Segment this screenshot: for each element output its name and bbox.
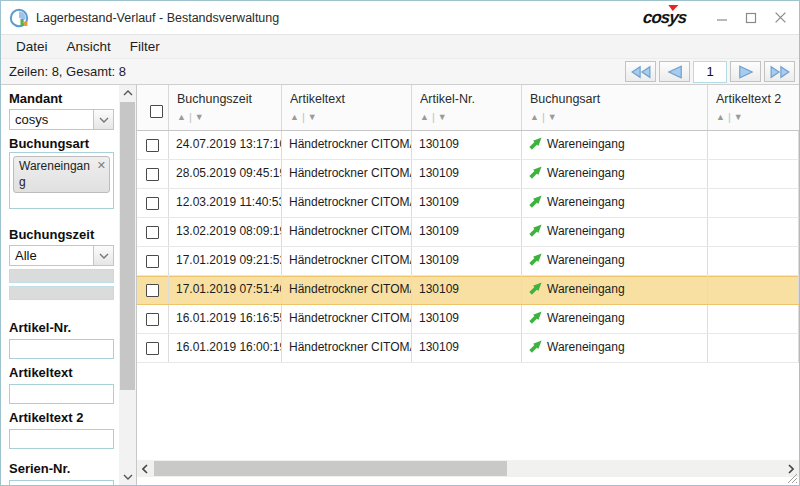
cell-artikeltext2 — [708, 247, 799, 275]
row-checkbox-cell — [137, 334, 169, 362]
sidebar-scrollbar-thumb[interactable] — [120, 102, 135, 390]
sort-desc-icon: ▼ — [195, 112, 204, 122]
minimize-icon[interactable] — [715, 11, 729, 25]
sort-asc-icon: ▲ — [290, 112, 299, 122]
row-checkbox-cell — [137, 276, 169, 304]
artikeltext-input[interactable] — [9, 384, 114, 404]
buchungszeit-label: Buchungszeit — [9, 227, 114, 242]
row-checkbox[interactable] — [146, 342, 159, 355]
buchungszeit-value: Alle — [10, 246, 93, 265]
table-row[interactable]: 17.01.2019 07:51:40 Händetrockner CITOMA… — [137, 276, 799, 305]
select-all-cell — [137, 85, 169, 130]
double-left-arrow-icon — [629, 64, 653, 80]
pagination: 1 — [625, 61, 795, 83]
scroll-left-icon[interactable] — [137, 460, 153, 477]
goods-receipt-arrow-icon — [529, 166, 542, 179]
row-checkbox[interactable] — [146, 255, 159, 268]
artikel-nr-input[interactable] — [9, 339, 114, 359]
cell-artikeltext: Händetrockner CITOMAT — [282, 305, 412, 333]
cell-artikeltext: Händetrockner CITOMAT — [282, 276, 412, 304]
table-body: 24.07.2019 13:17:10 Händetrockner CITOMA… — [137, 131, 799, 460]
row-checkbox[interactable] — [146, 197, 159, 210]
brand-triangle-icon — [668, 5, 679, 11]
buchungsart-label: Wareneingang — [547, 253, 625, 267]
goods-receipt-arrow-icon — [529, 340, 542, 353]
table-row[interactable]: 13.02.2019 08:09:19 Händetrockner CITOMA… — [137, 218, 799, 247]
close-icon[interactable] — [773, 11, 787, 25]
chevron-down-icon[interactable] — [93, 246, 113, 265]
sort-control[interactable]: ▲|▼ — [290, 111, 317, 123]
cell-buchungsart: Wareneingang — [522, 247, 708, 275]
maximize-icon[interactable] — [744, 11, 758, 25]
table-row[interactable]: 17.01.2019 09:21:52 Händetrockner CITOMA… — [137, 247, 799, 276]
chevron-down-icon[interactable] — [93, 110, 113, 129]
first-page-button[interactable] — [625, 61, 656, 82]
remove-tag-icon[interactable]: ✕ — [97, 158, 106, 172]
cell-artikel-nr: 130109 — [412, 305, 522, 333]
app-window: Lagerbestand-Verlauf - Bestandsverwaltun… — [0, 0, 800, 486]
cell-artikeltext2 — [708, 305, 799, 333]
row-checkbox-cell — [137, 160, 169, 188]
previous-page-button[interactable] — [659, 61, 690, 82]
row-checkbox[interactable] — [146, 284, 159, 297]
sort-control[interactable]: ▲|▼ — [420, 111, 447, 123]
row-count-label: Zeilen: 8, Gesamt: 8 — [9, 64, 126, 79]
buchungsart-label: Wareneingang — [547, 340, 625, 354]
cosys-logo: cosys — [642, 8, 687, 28]
cell-artikel-nr: 130109 — [412, 189, 522, 217]
sort-control[interactable]: ▲|▼ — [716, 111, 743, 123]
menu-datei[interactable]: Datei — [9, 37, 55, 56]
cell-buchungszeit: 24.07.2019 13:17:10 — [169, 131, 282, 159]
cell-artikeltext2 — [708, 276, 799, 304]
row-checkbox-cell — [137, 247, 169, 275]
sort-desc-icon: ▼ — [438, 112, 447, 122]
row-checkbox-cell — [137, 131, 169, 159]
horizontal-scrollbar-thumb[interactable] — [154, 461, 507, 476]
artikeltext2-input[interactable] — [9, 429, 114, 449]
cell-artikeltext: Händetrockner CITOMAT — [282, 247, 412, 275]
column-header-artikel-nr: Artikel-Nr. ▲|▼ — [412, 85, 522, 130]
filter-tag: Wareneingang ✕ — [13, 156, 110, 193]
goods-receipt-arrow-icon — [529, 224, 542, 237]
sort-control[interactable]: ▲|▼ — [177, 111, 204, 123]
last-page-button[interactable] — [764, 61, 795, 82]
next-page-button[interactable] — [730, 61, 761, 82]
page-number-input[interactable]: 1 — [693, 61, 727, 83]
filter-tag-label: Wareneingang — [19, 159, 90, 189]
cell-buchungszeit: 28.05.2019 09:45:19 — [169, 160, 282, 188]
select-all-checkbox[interactable] — [150, 105, 163, 118]
serien-nr-input[interactable] — [9, 480, 114, 485]
scroll-up-icon[interactable] — [119, 85, 136, 101]
row-checkbox[interactable] — [146, 226, 159, 239]
row-checkbox[interactable] — [146, 139, 159, 152]
menu-filter[interactable]: Filter — [123, 37, 167, 56]
cell-artikeltext2 — [708, 218, 799, 246]
table-row[interactable]: 16.01.2019 16:00:19 Händetrockner CITOMA… — [137, 334, 799, 363]
table-row[interactable]: 12.03.2019 11:40:53 Händetrockner CITOMA… — [137, 189, 799, 218]
cell-artikel-nr: 130109 — [412, 334, 522, 362]
cell-buchungszeit: 16.01.2019 16:16:55 — [169, 305, 282, 333]
cell-buchungsart: Wareneingang — [522, 160, 708, 188]
table-panel: Buchungszeit ▲|▼ Artikeltext ▲|▼ Artikel… — [136, 85, 799, 485]
sort-control[interactable]: ▲|▼ — [530, 111, 557, 123]
table-row[interactable]: 16.01.2019 16:16:55 Händetrockner CITOMA… — [137, 305, 799, 334]
horizontal-scrollbar — [137, 460, 799, 477]
menu-bar: Datei Ansicht Filter — [1, 34, 799, 58]
menu-ansicht[interactable]: Ansicht — [60, 37, 118, 56]
cell-artikeltext2 — [708, 131, 799, 159]
goods-receipt-arrow-icon — [529, 311, 542, 324]
goods-receipt-arrow-icon — [529, 282, 542, 295]
sort-asc-icon: ▲ — [716, 112, 725, 122]
artikel-nr-label: Artikel-Nr. — [9, 320, 114, 335]
row-checkbox[interactable] — [146, 168, 159, 181]
table-row[interactable]: 28.05.2019 09:45:19 Händetrockner CITOMA… — [137, 160, 799, 189]
goods-receipt-arrow-icon — [529, 195, 542, 208]
buchungszeit-select[interactable]: Alle — [9, 245, 114, 266]
table-row[interactable]: 24.07.2019 13:17:10 Händetrockner CITOMA… — [137, 131, 799, 160]
row-checkbox[interactable] — [146, 313, 159, 326]
serien-nr-label: Serien-Nr. — [9, 461, 114, 476]
mandant-select[interactable]: cosys — [9, 109, 114, 130]
scroll-down-icon[interactable] — [119, 469, 136, 485]
buchungsart-multiselect[interactable]: Wareneingang ✕ — [9, 152, 114, 209]
resize-grip-icon[interactable] — [787, 473, 798, 484]
